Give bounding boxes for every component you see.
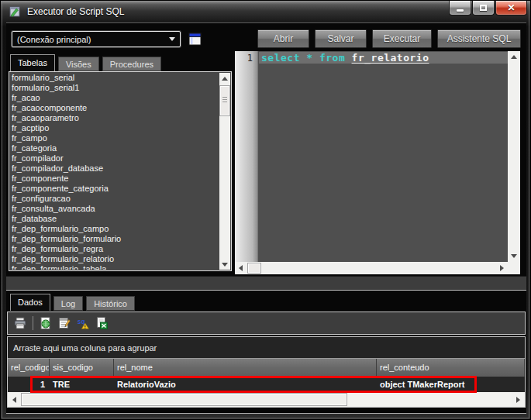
editor-text-area[interactable]: select * from fr_relatorio <box>259 51 508 262</box>
close-icon: ✕ <box>507 3 515 12</box>
scroll-left-icon[interactable] <box>235 262 247 274</box>
scroll-up-icon[interactable] <box>508 51 520 63</box>
table-list-scrollbar[interactable] <box>219 73 230 270</box>
table-row[interactable]: 1TRERelatorioVazioobject TMakerReport <box>8 377 525 391</box>
tab-visoes[interactable]: Visões <box>58 57 99 71</box>
list-item[interactable]: fr_database <box>12 214 219 224</box>
list-item[interactable]: fr_compilador_database <box>12 164 219 174</box>
toolbar-buttons: AbrirSalvarExecutarAssistente SQL <box>257 29 521 48</box>
title-bar[interactable]: Executor de Script SQL ✕ <box>1 1 530 22</box>
list-item[interactable]: fr_campo <box>12 133 219 143</box>
column-header-sis-codigo[interactable]: sis_codigo <box>50 359 114 377</box>
scroll-thumb[interactable] <box>247 263 261 274</box>
minimize-button[interactable] <box>449 1 471 15</box>
data-grid: Arraste aqui uma coluna para agrupar rel… <box>7 336 526 408</box>
list-item[interactable]: fr_dep_formulario_formulario <box>12 234 219 244</box>
button-assistente-sql[interactable]: Assistente SQL <box>437 29 521 48</box>
list-item[interactable]: fr_componente <box>12 174 219 184</box>
left-tabs: TabelasVisõesProcedures <box>10 54 164 71</box>
list-item[interactable]: fr_dep_formulario_campo <box>12 224 219 234</box>
table-list-items: formulario_serialformulario_serial1fr_ac… <box>12 73 219 270</box>
tab-historico[interactable]: Histórico <box>86 296 135 311</box>
current-line: select * from fr_relatorio <box>259 52 508 64</box>
tab-log[interactable]: Log <box>53 296 83 311</box>
tab-procedures[interactable]: Procedures <box>102 57 161 71</box>
list-item[interactable]: fr_categoria <box>12 143 219 153</box>
connection-select[interactable]: (Conexão principal) <box>12 31 181 47</box>
tab-dados[interactable]: Dados <box>10 294 50 311</box>
editor-gutter: 1 <box>235 51 258 262</box>
list-item[interactable]: fr_dep_formulario_relatorio <box>12 254 219 264</box>
edit-text-icon[interactable] <box>56 315 73 332</box>
tab-tabelas[interactable]: Tabelas <box>10 54 55 71</box>
table-icon <box>188 33 202 46</box>
toolbar-separator <box>33 316 33 330</box>
column-header-rel-codigo[interactable]: rel_codigo <box>8 359 50 377</box>
list-item[interactable]: fr_componente_categoria <box>12 184 219 194</box>
column-header-rel-conteudo[interactable]: rel_conteudo <box>377 359 525 377</box>
list-item[interactable]: fr_dep_formulario_tabela <box>12 264 219 270</box>
list-item[interactable]: formulario_serial1 <box>12 83 219 93</box>
sql-editor[interactable]: 1 select * from fr_relatorio <box>235 51 520 274</box>
export-excel-icon[interactable] <box>93 315 110 332</box>
close-button[interactable]: ✕ <box>495 1 527 15</box>
window-title: Executor de Script SQL <box>27 6 124 17</box>
grid-cell: 1 <box>8 380 50 389</box>
svg-text:sq: sq <box>78 318 85 325</box>
scroll-up-icon[interactable] <box>219 73 230 84</box>
scrollbar-corner <box>508 262 520 274</box>
export-xml-warning-icon[interactable]: sq <box>74 315 91 332</box>
list-item[interactable]: fr_dep_formulario_regra <box>12 244 219 254</box>
maximize-icon <box>480 5 487 11</box>
scroll-left-icon[interactable] <box>8 392 21 407</box>
editor-horizontal-scrollbar[interactable] <box>235 262 508 274</box>
button-abrir[interactable]: Abrir <box>257 29 309 48</box>
grid-cell: RelatorioVazio <box>114 380 377 389</box>
print-icon[interactable] <box>12 315 29 332</box>
connection-value: (Conexão principal) <box>17 35 91 44</box>
group-by-area[interactable]: Arraste aqui uma coluna para agrupar <box>8 337 525 359</box>
button-executar[interactable]: Executar <box>372 29 432 48</box>
grid-horizontal-scrollbar[interactable] <box>8 392 525 407</box>
maximize-button[interactable] <box>472 1 495 15</box>
minimize-icon <box>457 9 464 12</box>
list-item[interactable]: fr_acao <box>12 93 219 103</box>
scroll-right-icon[interactable] <box>496 262 508 274</box>
table-list: formulario_serialformulario_serial1fr_ac… <box>9 71 232 271</box>
result-toolbar: sq <box>7 312 526 335</box>
list-item[interactable]: fr_consulta_avancada <box>12 204 219 214</box>
caption-buttons: ✕ <box>449 1 527 15</box>
list-item[interactable]: fr_acaocomponente <box>12 103 219 113</box>
scroll-right-icon[interactable] <box>512 392 525 407</box>
list-item[interactable]: fr_compilador <box>12 153 219 164</box>
grid-cell: TRE <box>50 380 114 389</box>
export-html-icon[interactable] <box>37 315 54 332</box>
group-by-hint: Arraste aqui uma coluna para agrupar <box>13 343 157 353</box>
chevron-down-icon <box>169 37 175 41</box>
button-salvar[interactable]: Salvar <box>315 29 367 48</box>
panel-splitter[interactable] <box>6 276 526 291</box>
bottom-tabs: DadosLogHistórico <box>10 294 138 311</box>
app-window: Executor de Script SQL ✕ (Conexão princi… <box>0 0 531 420</box>
list-item[interactable]: fr_configuracao <box>12 194 219 204</box>
list-item[interactable]: formulario_serial <box>12 73 219 83</box>
editor-vertical-scrollbar[interactable] <box>508 51 520 262</box>
list-item[interactable]: fr_acptipo <box>12 123 219 133</box>
scroll-thumb[interactable] <box>219 85 230 116</box>
scroll-down-icon[interactable] <box>508 250 520 262</box>
scroll-down-icon[interactable] <box>219 259 230 270</box>
sql-keyword: select * from <box>261 52 352 64</box>
grid-cell: object TMakerReport <box>377 380 525 389</box>
grid-header: rel_codigosis_codigorel_nomerel_conteudo <box>8 359 525 377</box>
app-icon <box>9 5 21 18</box>
column-header-rel-nome[interactable]: rel_nome <box>114 359 377 377</box>
scroll-thumb[interactable] <box>21 393 347 406</box>
client-area: (Conexão principal) AbrirSalvarExecutarA… <box>6 22 526 414</box>
line-number: 1 <box>247 53 253 64</box>
list-item[interactable]: fr_acaoparametro <box>12 113 219 123</box>
connection-table-button[interactable] <box>187 31 203 47</box>
sql-identifier: fr_relatorio <box>352 52 429 64</box>
